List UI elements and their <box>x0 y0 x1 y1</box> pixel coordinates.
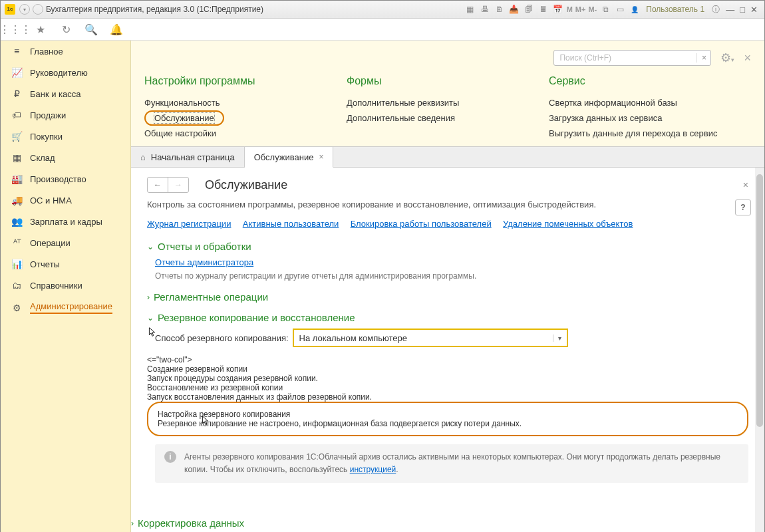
link-block-users[interactable]: Блокировка работы пользователей <box>351 219 492 229</box>
scrollbar[interactable] <box>755 168 764 532</box>
doc-icon[interactable]: 🗎 <box>494 3 506 15</box>
chevron-right-icon: › <box>147 293 150 302</box>
people-icon: 👥 <box>10 216 23 227</box>
m-minus-button[interactable]: M- <box>588 5 597 13</box>
chevron-right-icon: › <box>131 519 134 528</box>
calendar-icon[interactable]: 📅 <box>552 3 564 15</box>
link-instruction[interactable]: инструкцией <box>350 465 396 474</box>
link-create-backup[interactable]: Создание резервной копии <box>147 364 247 374</box>
sidebar-item-bank[interactable]: ₽Банк и касса <box>1 83 130 104</box>
window-title: Бухгалтерия предприятия, редакция 3.0 (1… <box>46 5 263 14</box>
chevron-down-icon: ⌄ <box>147 313 154 323</box>
page-icon[interactable]: 🗐 <box>523 3 535 15</box>
top-links: Журнал регистрации Активные пользователи… <box>147 219 748 229</box>
search-box[interactable]: × <box>553 50 711 66</box>
m-plus-button[interactable]: M+ <box>575 5 586 13</box>
sidebar-item-salary[interactable]: 👥Зарплата и кадры <box>1 211 130 232</box>
link-functionality[interactable]: Функциональность <box>144 95 333 110</box>
chevron-down-icon: ⌄ <box>147 242 154 251</box>
ops-icon: ᴬᵀ <box>10 237 23 248</box>
bars-icon: 📊 <box>10 259 23 269</box>
link-log[interactable]: Журнал регистрации <box>147 219 231 229</box>
folder-icon: 🗂 <box>10 280 23 291</box>
cart-icon: 🛒 <box>10 131 23 142</box>
page-close-button[interactable]: × <box>743 180 748 190</box>
tab-maintenance[interactable]: Обслуживание× <box>245 147 334 168</box>
section-backup[interactable]: ⌄Резервное копирование и восстановление <box>147 312 748 323</box>
panel-settings-icon[interactable]: ⚙▾ <box>720 51 734 65</box>
calc-icon[interactable]: 🖩 <box>537 3 549 15</box>
sidebar: ≡Главное 📈Руководителю ₽Банк и касса 🏷Пр… <box>1 41 131 532</box>
chart-icon: 📈 <box>10 67 23 78</box>
book-icon[interactable]: ▭ <box>614 3 626 15</box>
info-block: i Агенты резервного копирования 1С:Облач… <box>155 444 748 483</box>
sidebar-item-catalogs[interactable]: 🗂Справочники <box>1 275 130 296</box>
user-label[interactable]: Пользователь 1 <box>646 5 704 14</box>
link-load-service[interactable]: Загрузка данных из сервиса <box>549 110 738 126</box>
section-reports[interactable]: ⌄Отчеты и обработки <box>147 241 748 252</box>
link-shrink-db[interactable]: Свертка информационной базы <box>549 95 738 110</box>
nav-buttons: ← → <box>147 177 189 193</box>
link-general-settings[interactable]: Общие настройки <box>144 126 333 141</box>
star-icon[interactable]: ★ <box>33 21 49 37</box>
page-title: Обслуживание <box>205 178 287 192</box>
link-backup-settings[interactable]: Настройка резервного копирования <box>158 410 290 419</box>
help-button[interactable]: ? <box>735 200 751 215</box>
backup-settings-desc: Резервное копирование не настроено, инфо… <box>158 419 738 428</box>
sidebar-item-reports[interactable]: 📊Отчеты <box>1 253 130 275</box>
sidebar-item-manager[interactable]: 📈Руководителю <box>1 62 130 83</box>
link-delete-marked[interactable]: Удаление помеченных объектов <box>503 219 633 229</box>
dropdown-button[interactable]: ▾ <box>553 334 567 342</box>
backup-method-dropdown[interactable]: На локальном компьютере ▾ <box>293 329 568 347</box>
col2-title: Формы <box>347 75 536 87</box>
m-button[interactable]: M <box>567 5 573 13</box>
section-scheduled[interactable]: ›Регламентные операции <box>147 291 748 303</box>
gear-icon: ⚙ <box>10 303 23 313</box>
section-data-correction[interactable]: ›Корректировка данных <box>131 517 764 529</box>
toolbar-icon[interactable]: ▦ <box>464 3 476 15</box>
boxes-icon: ▦ <box>10 152 23 163</box>
link-icon[interactable]: ⧉ <box>599 3 611 15</box>
folder-icon[interactable]: 📥 <box>508 3 520 15</box>
tab-home[interactable]: ⌂Начальная страница <box>131 147 245 167</box>
backup-settings-highlight: Настройка резервного копирования Резервн… <box>147 402 748 436</box>
close-button[interactable]: ✕ <box>750 5 758 15</box>
sidebar-item-sales[interactable]: 🏷Продажи <box>1 104 130 126</box>
apps-icon[interactable]: ⋮⋮⋮ <box>7 21 23 37</box>
link-extra-attrs[interactable]: Дополнительные реквизиты <box>347 95 536 110</box>
link-maintenance[interactable]: Обслуживание <box>144 110 224 126</box>
search-clear-button[interactable]: × <box>696 53 710 63</box>
bell-icon[interactable]: 🔔 <box>108 21 124 37</box>
search-icon[interactable]: 🔍 <box>83 21 99 37</box>
history-fwd-button[interactable] <box>33 4 43 15</box>
sidebar-item-operations[interactable]: ᴬᵀОперации <box>1 232 130 253</box>
sidebar-item-main[interactable]: ≡Главное <box>1 41 130 62</box>
content-area: ← → Обслуживание × ? Контроль за состоян… <box>131 168 764 532</box>
tab-close-icon[interactable]: × <box>319 152 323 162</box>
nav-forward-button[interactable]: → <box>168 178 188 192</box>
link-extra-info[interactable]: Дополнительные сведения <box>347 110 536 126</box>
scrollbar-thumb[interactable] <box>756 174 763 427</box>
info-icon[interactable]: ⓘ <box>710 3 722 15</box>
search-input[interactable] <box>554 53 696 63</box>
link-restore-backup[interactable]: Восстановление из резервной копии <box>147 383 283 392</box>
admin-reports-desc: Отчеты по журналу регистрации и другие о… <box>155 270 748 282</box>
history-back-button[interactable]: ▾ <box>19 4 30 15</box>
sidebar-item-production[interactable]: 🏭Производство <box>1 168 130 190</box>
sidebar-item-assets[interactable]: 🚚ОС и НМА <box>1 190 130 211</box>
history-icon[interactable]: ↻ <box>58 21 74 37</box>
create-backup-desc: Запуск процедуры создания резервной копи… <box>147 374 748 383</box>
sidebar-item-purchases[interactable]: 🛒Покупки <box>1 126 130 147</box>
minimize-button[interactable]: — <box>726 5 734 15</box>
maximize-button[interactable]: □ <box>740 5 745 15</box>
nav-back-button[interactable]: ← <box>148 178 168 192</box>
sidebar-item-stock[interactable]: ▦Склад <box>1 147 130 168</box>
col3-title: Сервис <box>549 75 738 87</box>
link-export-service[interactable]: Выгрузить данные для перехода в сервис <box>549 126 738 141</box>
link-admin-reports[interactable]: Отчеты администратора <box>155 257 253 267</box>
sidebar-item-admin[interactable]: ⚙Администрирование <box>1 296 130 319</box>
link-active-users[interactable]: Активные пользователи <box>243 219 339 229</box>
ruble-icon: ₽ <box>10 88 23 99</box>
panel-close-icon[interactable]: × <box>744 51 751 65</box>
print-icon[interactable]: 🖶 <box>479 3 491 15</box>
